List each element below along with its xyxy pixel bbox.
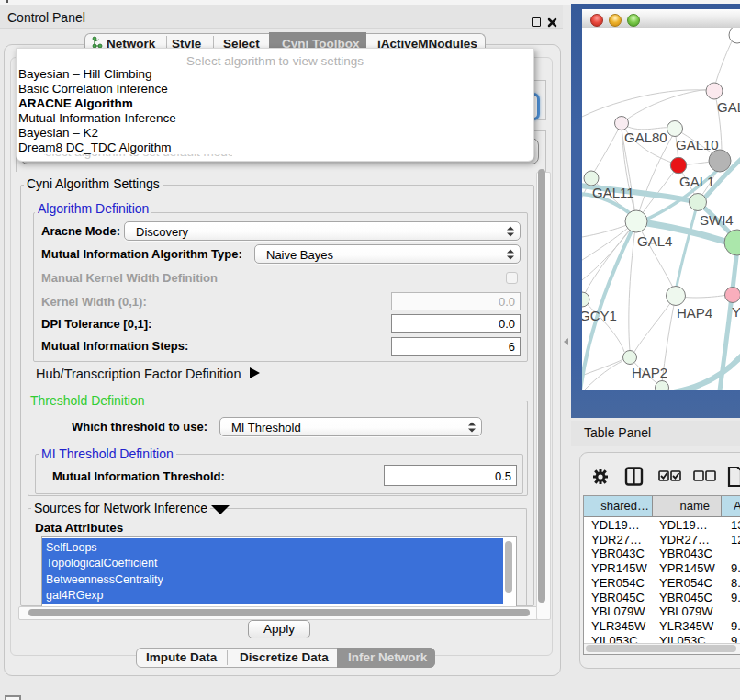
svg-text:GAL11: GAL11 — [592, 185, 634, 200]
svg-text:GCY1: GCY1 — [582, 308, 617, 323]
svg-text:Y: Y — [732, 304, 740, 320]
svg-text:GAL80: GAL80 — [624, 130, 667, 145]
svg-text:GAL: GAL — [717, 99, 740, 115]
svg-text:SWI4: SWI4 — [700, 212, 734, 228]
svg-text:GAL4: GAL4 — [637, 233, 672, 249]
svg-text:GAL1: GAL1 — [679, 174, 714, 189]
svg-text:GAL10: GAL10 — [676, 137, 719, 152]
svg-text:HAP2: HAP2 — [632, 365, 667, 380]
svg-text:HAP4: HAP4 — [677, 305, 712, 321]
